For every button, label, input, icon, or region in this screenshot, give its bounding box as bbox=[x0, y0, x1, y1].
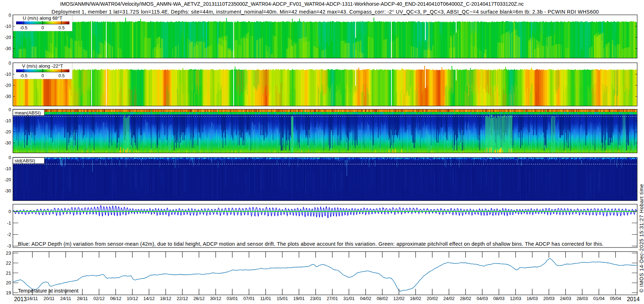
svg-text:0: 0 bbox=[9, 61, 11, 66]
svg-text:08/02: 08/02 bbox=[377, 296, 388, 301]
svg-text:23/01: 23/01 bbox=[310, 296, 321, 301]
svg-text:04/03: 04/03 bbox=[477, 296, 488, 301]
svg-text:-20: -20 bbox=[5, 35, 11, 40]
svg-text:mean(ABSI): mean(ABSI) bbox=[15, 110, 41, 116]
svg-text:-10: -10 bbox=[5, 166, 11, 171]
svg-text:0: 0 bbox=[42, 73, 44, 78]
svg-text:-2: -2 bbox=[7, 232, 11, 237]
svg-text:30/12: 30/12 bbox=[210, 296, 221, 301]
svg-text:14/12: 14/12 bbox=[143, 296, 155, 301]
svg-text:-30: -30 bbox=[5, 141, 11, 146]
svg-text:24/02: 24/02 bbox=[443, 296, 455, 301]
svg-text:-1: -1 bbox=[7, 220, 11, 226]
svg-text:Temperature at instrument: Temperature at instrument bbox=[18, 288, 78, 294]
svg-text:28/11: 28/11 bbox=[77, 296, 88, 301]
svg-text:20: 20 bbox=[6, 280, 11, 285]
svg-text:-10: -10 bbox=[5, 118, 11, 123]
svg-text:24/11: 24/11 bbox=[60, 296, 71, 301]
svg-text:07/01: 07/01 bbox=[243, 296, 255, 301]
svg-text:22: 22 bbox=[6, 260, 11, 266]
svg-text:06/12: 06/12 bbox=[110, 296, 122, 301]
svg-text:16/11: 16/11 bbox=[27, 296, 38, 301]
svg-text:0.5: 0.5 bbox=[59, 25, 65, 30]
svg-text:-20: -20 bbox=[5, 177, 11, 182]
svg-text:20/03: 20/03 bbox=[543, 296, 555, 301]
svg-text:26/12: 26/12 bbox=[193, 296, 205, 301]
svg-text:27/01: 27/01 bbox=[327, 296, 338, 301]
svg-text:12/02: 12/02 bbox=[393, 296, 405, 301]
svg-text:std(ABSI): std(ABSI) bbox=[15, 158, 35, 163]
svg-text:-20: -20 bbox=[5, 129, 11, 134]
svg-text:15/01: 15/01 bbox=[277, 296, 288, 301]
svg-text:03/01: 03/01 bbox=[227, 296, 238, 301]
svg-text:U (m/s) along 68°T: U (m/s) along 68°T bbox=[23, 15, 63, 21]
svg-text:16/02: 16/02 bbox=[410, 296, 421, 301]
svg-text:28/02: 28/02 bbox=[460, 296, 472, 301]
svg-text:18/12: 18/12 bbox=[160, 296, 171, 301]
svg-text:-10: -10 bbox=[5, 72, 11, 77]
svg-text:28/03: 28/03 bbox=[577, 296, 588, 301]
svg-text:Blue: ADCP Depth (m) variation: Blue: ADCP Depth (m) variation from sens… bbox=[18, 241, 604, 247]
svg-text:-10: -10 bbox=[5, 24, 11, 29]
svg-text:31/01: 31/01 bbox=[343, 296, 355, 301]
svg-text:20/02: 20/02 bbox=[426, 296, 438, 301]
svg-text:24/03: 24/03 bbox=[560, 296, 571, 301]
svg-text:2013: 2013 bbox=[14, 296, 27, 302]
svg-text:0: 0 bbox=[9, 107, 11, 112]
svg-text:05/04: 05/04 bbox=[610, 296, 621, 301]
svg-text:22/12: 22/12 bbox=[177, 296, 188, 301]
svg-text:-30: -30 bbox=[5, 188, 11, 193]
svg-text:19: 19 bbox=[6, 290, 11, 295]
svg-text:19/01: 19/01 bbox=[293, 296, 305, 301]
svg-text:04/02: 04/02 bbox=[360, 296, 371, 301]
svg-text:-3: -3 bbox=[7, 243, 11, 249]
svg-text:0: 0 bbox=[9, 155, 11, 160]
svg-text:2014: 2014 bbox=[627, 296, 640, 302]
svg-text:-20: -20 bbox=[5, 83, 11, 88]
svg-text:0: 0 bbox=[9, 13, 11, 18]
svg-text:16/03: 16/03 bbox=[527, 296, 538, 301]
svg-text:-30: -30 bbox=[5, 46, 11, 51]
svg-text:08/03: 08/03 bbox=[493, 296, 505, 301]
svg-text:02/12: 02/12 bbox=[93, 296, 105, 301]
svg-text:IMOS/ANMN/WA/WATR04/Velocity/I: IMOS/ANMN/WA/WATR04/Velocity/IMOS_ANMN-W… bbox=[60, 1, 524, 7]
svg-text:20/11: 20/11 bbox=[44, 296, 55, 301]
svg-text:Deployment 1, member 1 lat=31.: Deployment 1, member 1 lat=31.72S lon=11… bbox=[52, 9, 599, 15]
svg-text:0: 0 bbox=[9, 209, 11, 214]
svg-text:0: 0 bbox=[42, 25, 44, 30]
svg-text:23: 23 bbox=[6, 250, 11, 256]
svg-text:-0.5: -0.5 bbox=[20, 25, 27, 30]
svg-text:01/04: 01/04 bbox=[593, 296, 605, 301]
svg-text:10/12: 10/12 bbox=[127, 296, 138, 301]
svg-text:-0.5: -0.5 bbox=[20, 73, 27, 78]
svg-text:V (m/s) along -22°T: V (m/s) along -22°T bbox=[22, 63, 63, 69]
svg-text:12/03: 12/03 bbox=[510, 296, 521, 301]
svg-text:-30: -30 bbox=[5, 94, 11, 99]
svg-text:21: 21 bbox=[6, 270, 11, 276]
svg-text:11/01: 11/01 bbox=[260, 296, 271, 301]
svg-text:© IMOS 14-Dec-2025 15:31:27 Ho: © IMOS 14-Dec-2025 15:31:27 Hobart time bbox=[639, 184, 644, 293]
svg-text:0.5: 0.5 bbox=[59, 73, 65, 78]
